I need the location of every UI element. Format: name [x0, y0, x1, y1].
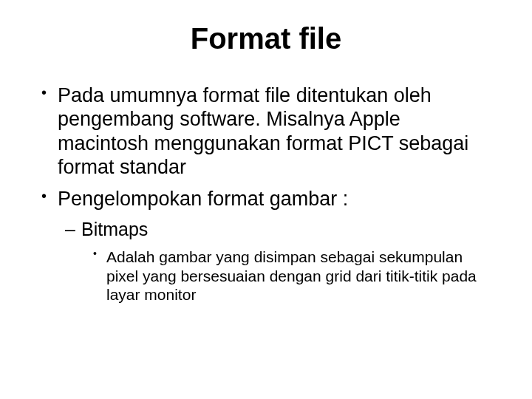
bullet-sub-item: Bitmaps — [37, 218, 495, 240]
slide-title: Format file — [37, 22, 495, 55]
bullet-subsub-item: Adalah gambar yang disimpan sebagai seku… — [37, 248, 495, 304]
bullet-item: Pada umumnya format file ditentukan oleh… — [37, 83, 495, 180]
bullet-item: Pengelompokan format gambar : — [37, 187, 495, 211]
